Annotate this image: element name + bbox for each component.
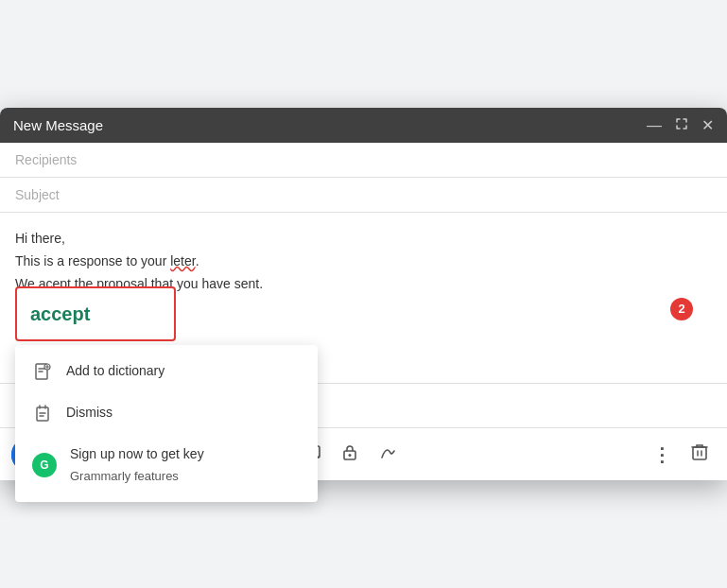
add-dict-icon — [32, 361, 53, 382]
compose-title: New Message — [13, 117, 103, 133]
svg-point-27 — [348, 454, 351, 457]
error-badge: 2 — [670, 298, 693, 320]
svg-rect-6 — [37, 407, 48, 421]
lock-timer-button[interactable] — [333, 436, 367, 473]
grammarly-text: Sign up now to get key Grammarly feature… — [70, 443, 204, 488]
body-line-1: Hi there, — [15, 228, 712, 251]
add-to-dictionary-item[interactable]: Add to dictionary — [15, 351, 318, 392]
trash-icon — [691, 442, 708, 466]
badge-count: 2 — [678, 299, 684, 320]
signature-icon — [378, 442, 397, 466]
subject-field[interactable] — [0, 178, 727, 213]
add-to-dictionary-label: Add to dictionary — [66, 360, 164, 383]
compose-header: New Message — ✕ — [0, 108, 727, 143]
more-options-icon: ⋮ — [652, 443, 672, 466]
expand-icon[interactable] — [675, 117, 688, 133]
grammarly-icon: G — [32, 453, 57, 477]
autocorrect-suggestion[interactable]: accept — [17, 288, 174, 339]
signature-button[interactable] — [371, 436, 405, 473]
context-menu: Add to dictionary Dismiss G Sign — [15, 345, 318, 502]
dismiss-icon — [32, 403, 53, 424]
compose-body[interactable]: Hi there, This is a response to your let… — [0, 213, 727, 383]
body-line2-after: . — [196, 253, 199, 268]
bottom-right-actions: ⋮ — [645, 436, 716, 473]
body-line2-misspelled: leter — [170, 253, 195, 268]
dismiss-label: Dismiss — [66, 402, 113, 424]
grammarly-line1: Sign up now to get key — [70, 443, 204, 466]
delete-button[interactable] — [684, 436, 716, 473]
recipients-field[interactable] — [0, 143, 727, 178]
subject-input[interactable] — [15, 187, 712, 202]
body-line2-before: This is a response to your — [15, 253, 170, 268]
compose-window: New Message — ✕ Hi there, This is a resp… — [0, 108, 727, 480]
close-icon[interactable]: ✕ — [701, 118, 714, 133]
minimize-icon[interactable]: — — [647, 118, 662, 133]
grammarly-line2: Grammarly features — [70, 466, 204, 487]
more-options-button[interactable]: ⋮ — [645, 436, 680, 473]
body-line-2: This is a response to your leter. — [15, 251, 712, 273]
dismiss-item[interactable]: Dismiss — [15, 392, 318, 434]
recipients-input[interactable] — [15, 152, 712, 167]
autocorrect-popup[interactable]: accept — [15, 286, 176, 341]
lock-timer-icon — [340, 442, 359, 466]
svg-rect-28 — [693, 447, 706, 459]
compose-header-icons: — ✕ — [647, 117, 714, 133]
grammarly-item[interactable]: G Sign up now to get key Grammarly featu… — [15, 434, 318, 497]
